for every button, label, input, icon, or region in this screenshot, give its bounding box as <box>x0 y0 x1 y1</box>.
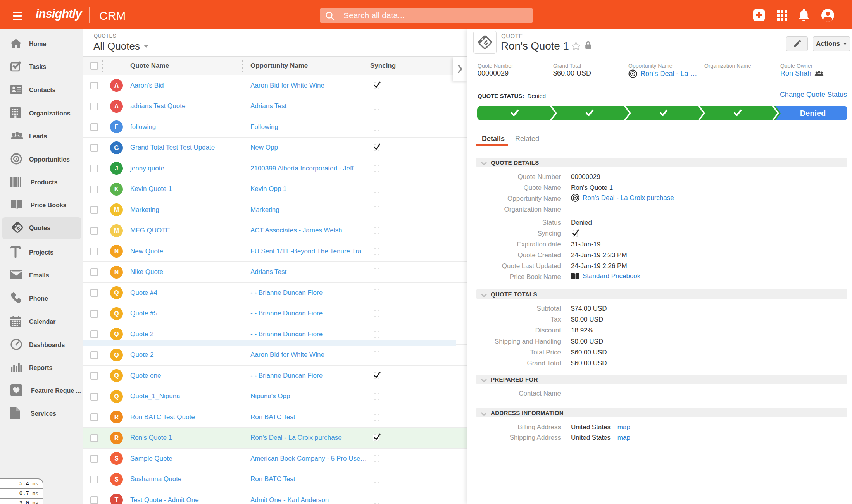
svg-text:Denied: Denied <box>800 109 826 117</box>
